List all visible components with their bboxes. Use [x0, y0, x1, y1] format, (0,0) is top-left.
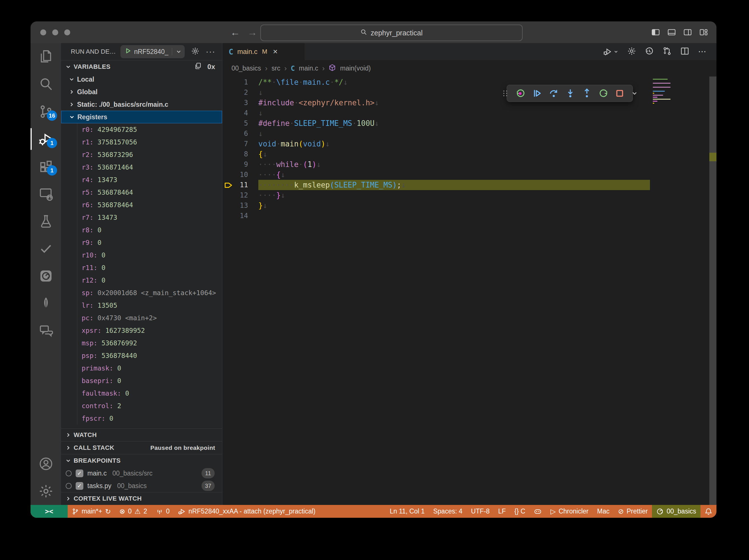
watch-panel-header[interactable]: WATCH	[61, 428, 222, 441]
register-row[interactable]: r4:13473	[61, 174, 222, 186]
activity-item-search[interactable]	[30, 70, 61, 98]
code-line[interactable]: 3#include·<zephyr/kernel.h>↓	[222, 98, 716, 108]
statusbar-indentation[interactable]: Spaces: 4	[429, 505, 467, 518]
activity-item-comments[interactable]	[30, 317, 61, 345]
restart-button[interactable]	[599, 88, 608, 98]
code-line[interactable]: 2↓	[222, 87, 716, 98]
register-row[interactable]: fpscr:0	[61, 412, 222, 425]
breadcrumb-file[interactable]: main.c	[299, 65, 318, 72]
register-row[interactable]: msp:536876992	[61, 337, 222, 349]
statusbar-antenna-status[interactable]: 0	[152, 505, 174, 518]
code-line[interactable]: 8{↓	[222, 149, 716, 159]
code-area[interactable]: 1/**·\file·main.c·*/↓2↓3#include·<zephyr…	[222, 77, 716, 505]
register-row[interactable]: control:2	[61, 400, 222, 412]
traffic-lights[interactable]	[40, 29, 70, 36]
code-line[interactable]: 12····}↓	[222, 190, 716, 200]
debug-settings-gear-icon[interactable]	[191, 47, 199, 57]
code-line[interactable]: 4↓	[222, 108, 716, 118]
more-actions-icon[interactable]: ···	[698, 47, 706, 57]
activity-item-swirl-extension[interactable]	[30, 262, 61, 290]
forward-arrow-icon[interactable]: →	[248, 27, 257, 38]
register-row[interactable]: r10:0	[61, 249, 222, 261]
variables-scope-static[interactable]: Static: ./00_basics/src/main.c	[61, 98, 222, 111]
code-line[interactable]: 10····{↓	[222, 170, 716, 180]
customize-layout-icon[interactable]	[699, 28, 708, 37]
chevron-down-icon[interactable]	[175, 48, 182, 55]
activity-item-settings[interactable]	[30, 477, 61, 505]
activity-item-remote-explorer[interactable]	[30, 180, 61, 208]
code-line[interactable]: 1/**·\file·main.c·*/↓	[222, 77, 716, 87]
register-row[interactable]: faultmask:0	[61, 387, 222, 400]
code-line[interactable]: 6↓	[222, 128, 716, 139]
breadcrumb-symbol[interactable]: main(void)	[340, 65, 370, 72]
settings-gear-icon[interactable]	[627, 46, 636, 57]
variables-scope-registers[interactable]: Registers	[61, 111, 222, 123]
command-center-search[interactable]: zephyr_practical	[260, 24, 523, 41]
register-row[interactable]: r8:0	[61, 224, 222, 236]
code-line[interactable]: 13}↓	[222, 200, 716, 211]
statusbar-copilot[interactable]	[530, 505, 546, 518]
more-chevron-icon[interactable]	[631, 90, 638, 97]
split-editor-icon[interactable]	[680, 46, 689, 57]
statusbar-env-00basics[interactable]: 00_basics	[652, 505, 701, 518]
toggle-secondary-sidebar-icon[interactable]	[683, 28, 692, 37]
reset-device-button[interactable]	[516, 88, 526, 98]
activity-item-explorer[interactable]	[30, 43, 61, 70]
statusbar-problems[interactable]: ⊗0⚠2	[115, 505, 151, 518]
statusbar-notifications[interactable]	[701, 505, 716, 518]
variables-panel-header[interactable]: VARIABLES 0x	[61, 60, 222, 73]
code-line[interactable]: 7void·main(void)↓	[222, 139, 716, 149]
code-line[interactable]: 9····while·(1)↓	[222, 159, 716, 170]
run-debug-file-icon[interactable]	[603, 47, 619, 56]
register-row[interactable]: sp:0x20001d68 <z_main_stack+1064>	[61, 286, 222, 299]
close-tab-icon[interactable]: ×	[273, 47, 277, 56]
compare-changes-icon[interactable]	[663, 46, 672, 57]
code-line[interactable]: 14	[222, 211, 716, 221]
back-arrow-icon[interactable]: ←	[230, 27, 240, 38]
zoom-window-button[interactable]	[64, 29, 70, 36]
statusbar-language-mode[interactable]: {} C	[510, 505, 530, 518]
chevron-down-icon[interactable]	[68, 76, 75, 83]
statusbar-debug-status[interactable]: nRF52840_xxAA - attach (zephyr_practical…	[174, 505, 320, 518]
register-row[interactable]: xpsr:1627389952	[61, 324, 222, 337]
copy-value-icon[interactable]	[194, 62, 202, 71]
cortex-live-watch-header[interactable]: CORTEX LIVE WATCH	[61, 492, 222, 505]
more-actions-icon[interactable]: ···	[206, 47, 215, 56]
statusbar-platform[interactable]: Mac	[593, 505, 614, 518]
editor-scrollbar[interactable]	[709, 77, 716, 505]
hex-toggle[interactable]: 0x	[208, 63, 215, 71]
step-over-button[interactable]	[549, 88, 559, 98]
register-row[interactable]: r7:13473	[61, 211, 222, 224]
activity-item-mongodb-leaf[interactable]	[30, 290, 61, 317]
register-row[interactable]: r1:3758157056	[61, 136, 222, 148]
statusbar-remote-indicator[interactable]: ><	[30, 505, 68, 518]
register-row[interactable]: r3:536871464	[61, 161, 222, 174]
step-into-button[interactable]	[565, 88, 575, 98]
activity-item-testing-beaker[interactable]	[30, 208, 61, 235]
register-row[interactable]: r6:536878464	[61, 199, 222, 211]
chevron-right-icon[interactable]	[68, 89, 75, 95]
variables-scope-local[interactable]: Local	[61, 73, 222, 86]
register-row[interactable]: r2:536873296	[61, 148, 222, 161]
chevron-down-icon[interactable]	[69, 114, 75, 120]
register-row[interactable]: pc:0x4730 <main+2>	[61, 312, 222, 324]
call-stack-panel-header[interactable]: CALL STACK Paused on breakpoint	[61, 441, 222, 454]
register-row[interactable]: basepri:0	[61, 374, 222, 387]
minimap[interactable]	[653, 79, 671, 107]
stop-button[interactable]	[615, 89, 624, 98]
start-debug-icon[interactable]	[125, 47, 131, 56]
breakpoint-row[interactable]: ✓main.c00_basics/src11	[61, 467, 222, 479]
activity-item-task-check[interactable]	[30, 235, 61, 262]
register-row[interactable]: r5:536878464	[61, 186, 222, 199]
statusbar-eol[interactable]: LF	[494, 505, 510, 518]
activity-item-extensions[interactable]: 1	[30, 153, 61, 180]
breadcrumb-folder[interactable]: src	[272, 65, 280, 72]
drag-grip-icon[interactable]	[501, 90, 509, 97]
statusbar-cursor-position[interactable]: Ln 11, Col 1	[385, 505, 429, 518]
register-row[interactable]: psp:536878440	[61, 349, 222, 362]
statusbar-prettier[interactable]: ⊘Prettier	[614, 505, 652, 518]
breadcrumb-folder[interactable]: 00_basics	[232, 65, 261, 72]
step-out-button[interactable]	[582, 88, 592, 98]
close-window-button[interactable]	[40, 29, 46, 36]
minimize-window-button[interactable]	[52, 29, 58, 36]
